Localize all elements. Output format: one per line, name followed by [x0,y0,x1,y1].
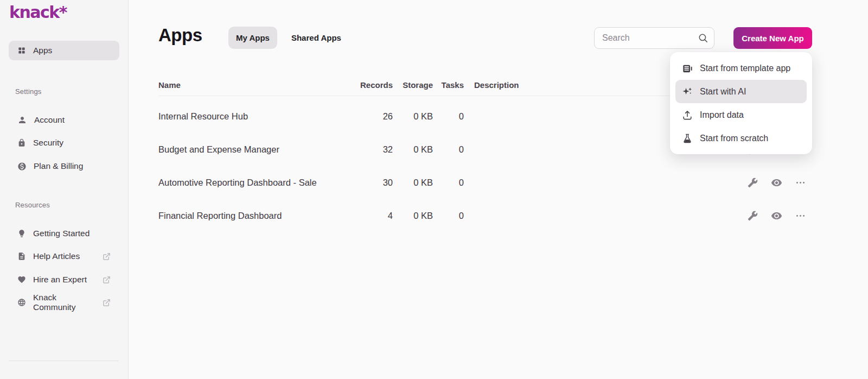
app-name[interactable]: Financial Reporting Dashboard [158,211,348,221]
edit-app-button[interactable] [748,211,758,221]
app-name[interactable]: Internal Resource Hub [158,111,348,122]
tab-label: My Apps [236,33,270,42]
external-link-icon [103,299,111,307]
column-header-records: Records [348,80,393,90]
sidebar: knack* Apps Settings Account Security Pl… [0,0,129,379]
view-app-button[interactable] [771,177,782,188]
resources-section-label: Resources [15,201,50,209]
menu-item-label: Start with AI [700,87,746,97]
column-header-name: Name [158,80,348,90]
apps-grid-icon [17,46,26,55]
app-records: 30 [348,178,393,188]
ellipsis-icon [795,178,806,188]
menu-item-start-with-ai[interactable]: Start with AI [675,80,807,103]
menu-item-start-from-template[interactable]: Start from template app [675,56,807,80]
sidebar-item-label: Apps [33,46,52,55]
column-header-storage: Storage [393,80,433,90]
app-tasks: 0 [433,211,464,221]
tab-my-apps[interactable]: My Apps [228,27,277,49]
app-records: 26 [348,111,393,122]
app-tasks: 0 [433,111,464,122]
app-storage: 0 KB [393,144,433,155]
app-storage: 0 KB [393,178,433,188]
sidebar-item-security[interactable]: Security [9,134,119,151]
lock-icon [17,138,26,147]
app-name[interactable]: Budget and Expense Manager [158,144,348,155]
more-actions-button[interactable] [795,178,806,188]
app-records: 4 [348,211,393,221]
heart-icon [17,275,26,284]
app-tasks: 0 [433,178,464,188]
app-tasks: 0 [433,144,464,155]
external-link-icon [103,276,111,284]
tabs: My Apps Shared Apps [228,27,343,49]
sidebar-item-getting-started[interactable]: Getting Started [9,225,119,242]
menu-item-start-from-scratch[interactable]: Start from scratch [675,127,807,150]
sidebar-item-apps[interactable]: Apps [9,41,119,60]
sidebar-item-hire-an-expert[interactable]: Hire an Expert [9,271,119,288]
menu-item-label: Import data [700,110,744,120]
page-title: Apps [158,25,202,46]
app-name[interactable]: Automotive Reporting Dashboard - Sale [158,178,348,188]
sidebar-item-label: Hire an Expert [33,275,87,285]
eye-icon [771,210,782,222]
sidebar-divider [9,361,119,361]
flask-icon [682,133,693,144]
sidebar-item-label: Security [33,138,63,148]
eye-icon [771,177,782,188]
sidebar-item-knack-community[interactable]: Knack Community [9,294,119,311]
menu-item-label: Start from scratch [700,134,768,143]
document-icon [17,252,26,261]
ellipsis-icon [795,211,806,221]
sidebar-item-label: Plan & Billing [34,161,83,171]
settings-section-label: Settings [15,87,42,96]
template-app-icon [682,63,693,74]
knack-logo[interactable]: knack* [9,3,67,22]
external-link-icon [103,252,111,261]
app-records: 32 [348,144,393,155]
sidebar-item-label: Getting Started [33,229,90,238]
wrench-icon [748,211,758,221]
more-actions-button[interactable] [795,211,806,221]
create-new-app-button[interactable]: Create New App [733,27,812,49]
wrench-icon [748,178,758,188]
sidebar-item-label: Knack Community [33,293,95,312]
menu-item-label: Start from template app [700,64,790,73]
person-icon [17,115,27,125]
tab-shared-apps[interactable]: Shared Apps [289,27,343,49]
sidebar-item-label: Account [34,115,65,125]
sparkles-icon [682,86,693,97]
globe-icon [17,298,26,307]
table-row: Automotive Reporting Dashboard - Sale 30… [158,166,812,199]
view-app-button[interactable] [771,210,782,222]
sidebar-item-help-articles[interactable]: Help Articles [9,248,119,265]
tab-label: Shared Apps [291,33,341,42]
app-storage: 0 KB [393,111,433,122]
edit-app-button[interactable] [748,178,758,188]
column-header-tasks: Tasks [433,80,464,90]
upload-icon [682,110,693,121]
sidebar-item-account[interactable]: Account [9,111,119,129]
create-app-menu: Start from template app Start with AI Im… [670,52,812,154]
dollar-circle-icon [17,162,27,171]
search [594,27,714,49]
lightbulb-icon [17,229,26,238]
row-actions [742,177,812,188]
sidebar-item-plan-billing[interactable]: Plan & Billing [9,157,119,175]
app-storage: 0 KB [393,211,433,221]
search-input[interactable] [594,27,714,49]
row-actions [742,210,812,222]
menu-item-import-data[interactable]: Import data [675,103,807,127]
table-row: Financial Reporting Dashboard 4 0 KB 0 [158,199,812,232]
sidebar-item-label: Help Articles [33,251,80,261]
